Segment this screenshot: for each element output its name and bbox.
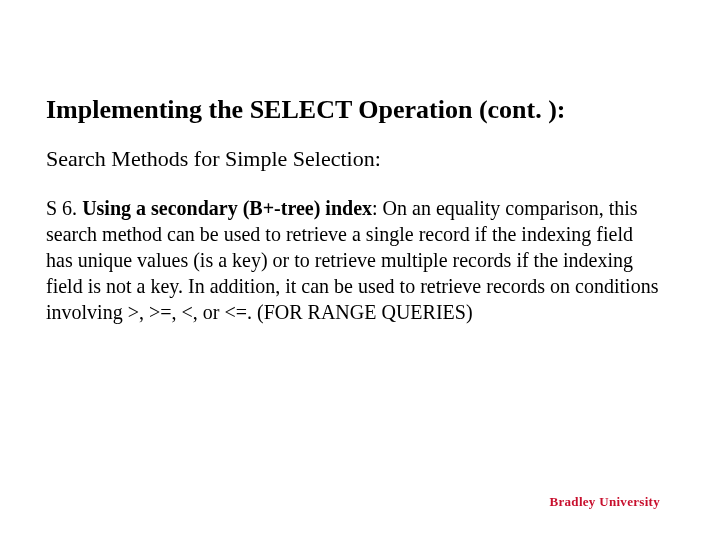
slide-title: Implementing the SELECT Operation (cont.… bbox=[46, 94, 662, 127]
content-block: Implementing the SELECT Operation (cont.… bbox=[46, 94, 662, 325]
body-lead-bold: Using a secondary (B+-tree) index bbox=[82, 197, 372, 219]
body-lead: S 6. Using a secondary (B+-tree) index bbox=[46, 197, 372, 219]
body-paragraph: S 6. Using a secondary (B+-tree) index: … bbox=[46, 195, 662, 325]
slide-subtitle: Search Methods for Simple Selection: bbox=[46, 145, 662, 174]
body-lead-prefix: S 6. bbox=[46, 197, 82, 219]
slide: Implementing the SELECT Operation (cont.… bbox=[0, 0, 720, 540]
footer-logo: Bradley University bbox=[550, 494, 660, 510]
